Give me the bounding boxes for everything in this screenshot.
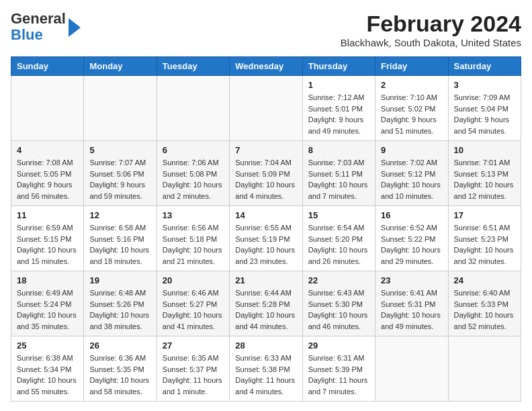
day-number: 28: [235, 340, 296, 351]
table-row: 13Sunrise: 6:56 AM Sunset: 5:18 PM Dayli…: [157, 206, 229, 271]
day-info: Sunrise: 7:02 AM Sunset: 5:12 PM Dayligh…: [381, 157, 442, 201]
day-number: 20: [163, 275, 224, 285]
day-info: Sunrise: 6:35 AM Sunset: 5:37 PM Dayligh…: [163, 353, 224, 397]
table-row: 26Sunrise: 6:36 AM Sunset: 5:35 PM Dayli…: [84, 336, 157, 402]
logo: General Blue: [11, 11, 81, 43]
col-sunday: Sunday: [11, 57, 84, 76]
logo-general: General: [11, 10, 66, 27]
col-saturday: Saturday: [448, 57, 521, 76]
table-row: 16Sunrise: 6:52 AM Sunset: 5:22 PM Dayli…: [375, 206, 448, 271]
day-info: Sunrise: 7:04 AM Sunset: 5:09 PM Dayligh…: [235, 157, 296, 201]
calendar-table: Sunday Monday Tuesday Wednesday Thursday…: [11, 56, 521, 402]
day-info: Sunrise: 6:58 AM Sunset: 5:16 PM Dayligh…: [89, 222, 150, 267]
day-number: 29: [308, 340, 369, 351]
table-row: 14Sunrise: 6:55 AM Sunset: 5:19 PM Dayli…: [230, 206, 302, 271]
day-number: 22: [308, 275, 369, 285]
day-number: 17: [454, 210, 515, 220]
day-number: 26: [89, 340, 150, 351]
day-info: Sunrise: 7:03 AM Sunset: 5:11 PM Dayligh…: [308, 157, 369, 201]
calendar-week-row: 4Sunrise: 7:08 AM Sunset: 5:05 PM Daylig…: [11, 141, 521, 206]
page-title: February 2024: [341, 11, 521, 37]
calendar-week-row: 18Sunrise: 6:49 AM Sunset: 5:24 PM Dayli…: [11, 271, 521, 336]
calendar-week-row: 25Sunrise: 6:38 AM Sunset: 5:34 PM Dayli…: [11, 336, 521, 402]
day-number: 13: [163, 210, 224, 220]
day-number: 3: [454, 80, 515, 90]
day-number: 18: [17, 275, 78, 285]
table-row: [84, 76, 157, 141]
calendar-header-row: Sunday Monday Tuesday Wednesday Thursday…: [11, 57, 521, 76]
table-row: 17Sunrise: 6:51 AM Sunset: 5:23 PM Dayli…: [448, 206, 521, 271]
table-row: [157, 76, 229, 141]
day-number: 14: [235, 210, 296, 220]
table-row: 25Sunrise: 6:38 AM Sunset: 5:34 PM Dayli…: [11, 336, 84, 402]
day-info: Sunrise: 6:36 AM Sunset: 5:35 PM Dayligh…: [89, 353, 150, 397]
table-row: 9Sunrise: 7:02 AM Sunset: 5:12 PM Daylig…: [375, 141, 448, 206]
day-info: Sunrise: 6:33 AM Sunset: 5:38 PM Dayligh…: [235, 353, 296, 397]
day-info: Sunrise: 7:07 AM Sunset: 5:06 PM Dayligh…: [89, 157, 150, 201]
table-row: 4Sunrise: 7:08 AM Sunset: 5:05 PM Daylig…: [11, 141, 84, 206]
day-info: Sunrise: 6:49 AM Sunset: 5:24 PM Dayligh…: [17, 287, 78, 332]
table-row: 12Sunrise: 6:58 AM Sunset: 5:16 PM Dayli…: [84, 206, 157, 271]
day-number: 1: [308, 80, 369, 90]
page-header: General Blue February 2024 Blackhawk, So…: [11, 11, 521, 48]
table-row: 19Sunrise: 6:48 AM Sunset: 5:26 PM Dayli…: [84, 271, 157, 336]
col-friday: Friday: [375, 57, 448, 76]
day-info: Sunrise: 7:08 AM Sunset: 5:05 PM Dayligh…: [17, 157, 78, 201]
title-block: February 2024 Blackhawk, South Dakota, U…: [341, 11, 521, 48]
day-info: Sunrise: 6:41 AM Sunset: 5:31 PM Dayligh…: [381, 287, 442, 332]
day-number: 4: [17, 145, 78, 155]
day-info: Sunrise: 7:01 AM Sunset: 5:13 PM Dayligh…: [454, 157, 515, 201]
table-row: 28Sunrise: 6:33 AM Sunset: 5:38 PM Dayli…: [230, 336, 302, 402]
table-row: 1Sunrise: 7:12 AM Sunset: 5:01 PM Daylig…: [302, 76, 375, 141]
day-number: 16: [381, 210, 442, 220]
day-number: 11: [17, 210, 78, 220]
table-row: [230, 76, 302, 141]
day-info: Sunrise: 6:38 AM Sunset: 5:34 PM Dayligh…: [17, 353, 78, 397]
table-row: 6Sunrise: 7:06 AM Sunset: 5:08 PM Daylig…: [157, 141, 229, 206]
day-number: 9: [381, 145, 442, 155]
calendar-week-row: 11Sunrise: 6:59 AM Sunset: 5:15 PM Dayli…: [11, 206, 521, 271]
table-row: 23Sunrise: 6:41 AM Sunset: 5:31 PM Dayli…: [375, 271, 448, 336]
logo-arrow-icon: [69, 18, 81, 37]
day-number: 27: [163, 340, 224, 351]
day-number: 10: [454, 145, 515, 155]
day-info: Sunrise: 6:48 AM Sunset: 5:26 PM Dayligh…: [89, 287, 150, 332]
day-info: Sunrise: 6:46 AM Sunset: 5:27 PM Dayligh…: [163, 287, 224, 332]
day-info: Sunrise: 6:43 AM Sunset: 5:30 PM Dayligh…: [308, 287, 369, 332]
day-info: Sunrise: 6:52 AM Sunset: 5:22 PM Dayligh…: [381, 222, 442, 267]
day-info: Sunrise: 6:55 AM Sunset: 5:19 PM Dayligh…: [235, 222, 296, 267]
table-row: 8Sunrise: 7:03 AM Sunset: 5:11 PM Daylig…: [302, 141, 375, 206]
col-wednesday: Wednesday: [230, 57, 302, 76]
calendar-week-row: 1Sunrise: 7:12 AM Sunset: 5:01 PM Daylig…: [11, 76, 521, 141]
day-info: Sunrise: 6:51 AM Sunset: 5:23 PM Dayligh…: [454, 222, 515, 267]
col-tuesday: Tuesday: [157, 57, 229, 76]
day-number: 24: [454, 275, 515, 285]
table-row: 11Sunrise: 6:59 AM Sunset: 5:15 PM Dayli…: [11, 206, 84, 271]
table-row: 7Sunrise: 7:04 AM Sunset: 5:09 PM Daylig…: [230, 141, 302, 206]
col-monday: Monday: [84, 57, 157, 76]
page-subtitle: Blackhawk, South Dakota, United States: [341, 37, 521, 48]
table-row: [375, 336, 448, 402]
table-row: 27Sunrise: 6:35 AM Sunset: 5:37 PM Dayli…: [157, 336, 229, 402]
day-info: Sunrise: 6:54 AM Sunset: 5:20 PM Dayligh…: [308, 222, 369, 267]
day-info: Sunrise: 6:59 AM Sunset: 5:15 PM Dayligh…: [17, 222, 78, 267]
table-row: 5Sunrise: 7:07 AM Sunset: 5:06 PM Daylig…: [84, 141, 157, 206]
day-info: Sunrise: 7:12 AM Sunset: 5:01 PM Dayligh…: [308, 92, 369, 136]
day-number: 7: [235, 145, 296, 155]
day-number: 21: [235, 275, 296, 285]
table-row: 21Sunrise: 6:44 AM Sunset: 5:28 PM Dayli…: [230, 271, 302, 336]
table-row: 10Sunrise: 7:01 AM Sunset: 5:13 PM Dayli…: [448, 141, 521, 206]
day-number: 6: [163, 145, 224, 155]
table-row: 24Sunrise: 6:40 AM Sunset: 5:33 PM Dayli…: [448, 271, 521, 336]
table-row: [448, 336, 521, 402]
col-thursday: Thursday: [302, 57, 375, 76]
day-info: Sunrise: 6:44 AM Sunset: 5:28 PM Dayligh…: [235, 287, 296, 332]
table-row: 20Sunrise: 6:46 AM Sunset: 5:27 PM Dayli…: [157, 271, 229, 336]
day-info: Sunrise: 6:56 AM Sunset: 5:18 PM Dayligh…: [163, 222, 224, 267]
logo-blue: Blue: [11, 26, 43, 43]
table-row: 18Sunrise: 6:49 AM Sunset: 5:24 PM Dayli…: [11, 271, 84, 336]
table-row: 2Sunrise: 7:10 AM Sunset: 5:02 PM Daylig…: [375, 76, 448, 141]
table-row: 3Sunrise: 7:09 AM Sunset: 5:04 PM Daylig…: [448, 76, 521, 141]
day-info: Sunrise: 7:06 AM Sunset: 5:08 PM Dayligh…: [163, 157, 224, 201]
day-number: 25: [17, 340, 78, 351]
